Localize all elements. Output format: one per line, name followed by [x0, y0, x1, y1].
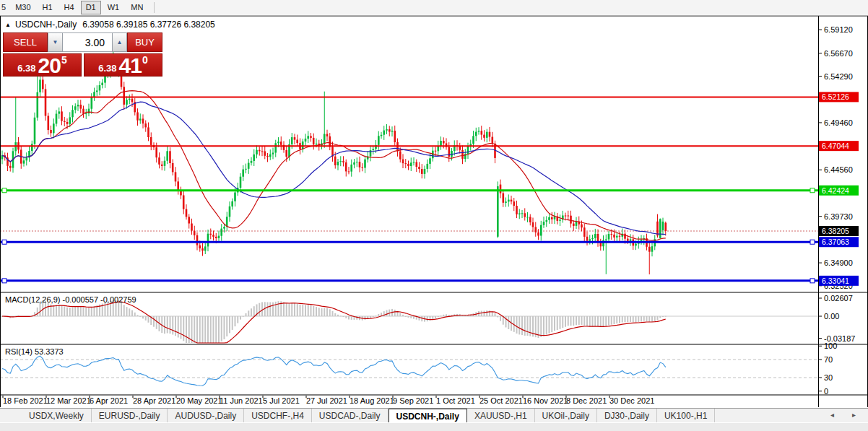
level-handle[interactable] [2, 279, 6, 283]
level-handle[interactable] [810, 279, 815, 283]
candle-body [635, 244, 637, 246]
candle-body [353, 162, 355, 165]
volume-input[interactable] [63, 32, 112, 52]
tab-scroll-right-icon[interactable]: ▸ [852, 411, 856, 419]
tab-uk100-h1[interactable]: UK100-,H1 [657, 409, 715, 422]
candle-body [413, 162, 415, 163]
candle-body [478, 131, 480, 131]
volume-increase-icon[interactable]: ▲ [112, 32, 127, 52]
date-label: 8 Dec 2021 [566, 396, 607, 405]
candle-body [291, 137, 293, 144]
candle-body [264, 152, 266, 156]
level-handle[interactable] [810, 188, 815, 193]
collapse-panel-icon[interactable]: ▲ [5, 22, 11, 28]
candle-body [348, 171, 350, 172]
level-handle[interactable] [2, 240, 6, 244]
candle-body [451, 151, 453, 157]
tab-eurusd-daily[interactable]: EURUSD-,Daily [92, 409, 168, 422]
candle-body [183, 196, 185, 209]
candle-body [576, 222, 578, 226]
ohlc-values: 6.39058 6.39185 6.37726 6.38205 [82, 19, 215, 30]
candle-body [74, 106, 77, 110]
candle-body [307, 136, 309, 139]
candle-body [535, 227, 537, 232]
date-label: 27 Jul 2021 [306, 396, 347, 405]
candle-body [551, 217, 553, 219]
tab-usdcnh-daily[interactable]: USDCNH-,Daily [389, 409, 467, 422]
tab-dj30-daily[interactable]: DJ30-,Daily [597, 409, 657, 422]
sell-price-small: 6.38 [17, 63, 35, 74]
candle-body [570, 216, 572, 224]
timeframe-button-mn[interactable]: MN [126, 1, 148, 14]
tab-ukoil-daily[interactable]: UKOil-,Daily [535, 409, 597, 422]
tab-usdcad-daily[interactable]: USDCAD-,Daily [312, 409, 389, 422]
candle-body [266, 156, 269, 157]
candle-body [191, 224, 193, 231]
tab-audusd-daily[interactable]: AUDUSD-,Daily [168, 409, 244, 422]
svg-text:6.37063: 6.37063 [822, 238, 849, 246]
price-tick-label: 6.56670 [824, 49, 853, 58]
candle-body [516, 206, 518, 214]
candle-body [45, 89, 47, 116]
toolbar-separator [154, 2, 155, 13]
price-tick-label: 6.34900 [824, 258, 853, 267]
candle-body [80, 105, 82, 109]
candle-body [164, 161, 166, 166]
candle-body [391, 131, 394, 131]
timeframe-button-h4[interactable]: H4 [59, 1, 79, 14]
candle-body [624, 234, 626, 239]
price-tick-label: 6.44560 [824, 165, 853, 174]
candle-body [342, 161, 344, 162]
candle-body [188, 217, 190, 223]
timeframe-button-d1[interactable]: D1 [81, 1, 101, 14]
candle-body [218, 236, 220, 238]
tab-xauusd-h1[interactable]: XAUUSD-,H1 [467, 409, 535, 422]
candle-body [199, 245, 201, 248]
volume-decrease-icon[interactable]: ▼ [48, 32, 63, 52]
candle-body [144, 123, 147, 127]
rsi-tick-label: 100 [824, 341, 837, 350]
sell-button[interactable]: SELL [3, 32, 48, 52]
level-handle[interactable] [810, 240, 815, 244]
timeframe-button-w1[interactable]: W1 [103, 1, 125, 14]
candle-body [150, 137, 152, 145]
candle-body [540, 225, 542, 236]
level-handle[interactable] [2, 188, 6, 193]
candle-body [285, 150, 287, 157]
candle-body [651, 246, 654, 252]
candle-body [31, 144, 33, 151]
buy-price-box[interactable]: 6.38 41 0 [84, 53, 162, 77]
candle-body [405, 163, 407, 164]
tab-usdx-weekly[interactable]: USDX,Weekly [22, 409, 92, 422]
candle-body [350, 165, 352, 172]
tab-usdchf-h4[interactable]: USDCHF-,H4 [244, 409, 312, 422]
timeframe-button-5[interactable]: 5 [0, 1, 9, 14]
rsi-tick-label: 30 [824, 373, 833, 382]
date-label: 12 Mar 2021 [46, 396, 91, 405]
candle-body [597, 234, 599, 242]
candle-body [508, 200, 510, 202]
date-label: 30 Dec 2021 [609, 396, 654, 405]
sell-price-box[interactable]: 6.38 20 5 [3, 53, 82, 77]
candle-body [215, 237, 217, 238]
candle-body [207, 234, 209, 247]
buy-button[interactable]: BUY [127, 32, 162, 52]
buy-price-sup: 0 [142, 54, 148, 66]
candle-body [158, 157, 160, 165]
candle-body [85, 113, 87, 114]
date-label: 5 Jul 2021 [263, 396, 300, 405]
candle-body [613, 235, 615, 238]
candle-body [524, 213, 526, 217]
candle-body [448, 147, 451, 157]
candle-body [559, 219, 561, 221]
candle-body [511, 200, 513, 202]
candle-body [537, 232, 539, 236]
candle-body [497, 186, 499, 237]
candle-body [201, 248, 204, 251]
timeframe-button-h1[interactable]: H1 [38, 1, 58, 14]
tab-scroll-left-icon[interactable]: ◂ [830, 411, 834, 419]
date-label: 16 Nov 2021 [523, 396, 568, 405]
candle-body [429, 158, 431, 164]
timeframe-button-m30[interactable]: M30 [10, 1, 35, 14]
sell-price-big: 20 [38, 56, 61, 74]
